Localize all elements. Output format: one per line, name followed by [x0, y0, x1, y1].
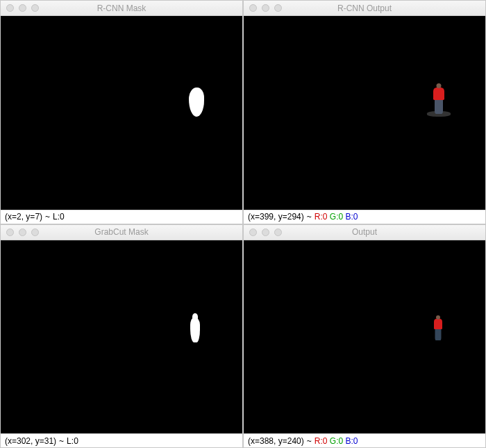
close-icon[interactable] — [6, 229, 14, 236]
status-bar: (x=2, y=7) ~ L:0 — [1, 210, 242, 224]
minimize-icon[interactable] — [19, 4, 26, 12]
image-canvas[interactable] — [1, 240, 242, 434]
window-grabcut-mask: GrabCut Mask (x=302, y=31) ~ L:0 — [0, 224, 243, 449]
close-icon[interactable] — [249, 4, 257, 12]
mask-blob — [190, 317, 200, 342]
status-bar: (x=399, y=294) ~ R:0 G:0 B:0 — [244, 210, 485, 224]
person-head — [436, 83, 441, 88]
minimize-icon[interactable] — [19, 229, 26, 236]
titlebar[interactable]: R-CNN Mask — [1, 1, 242, 16]
traffic-lights — [249, 229, 282, 236]
window-rcnn-output: R-CNN Output (x=399, y=294) ~ R:0 G:0 B:… — [243, 0, 486, 224]
person-figure — [430, 83, 448, 115]
coord-readout: (x=399, y=294) — [248, 212, 304, 222]
titlebar[interactable]: R-CNN Output — [244, 1, 485, 16]
r-readout: R:0 — [315, 212, 328, 222]
image-canvas[interactable] — [1, 16, 242, 210]
person-legs — [435, 328, 442, 340]
zoom-icon[interactable] — [31, 4, 39, 12]
window-rcnn-mask: R-CNN Mask (x=2, y=7) ~ L:0 — [0, 0, 243, 224]
person-legs — [435, 99, 443, 114]
traffic-lights — [6, 4, 39, 12]
person-head — [436, 315, 440, 320]
person-figure — [432, 315, 444, 342]
coord-readout: (x=2, y=7) — [5, 212, 42, 222]
status-bar: (x=302, y=31) ~ L:0 — [1, 433, 242, 447]
luminance-readout: L:0 — [67, 436, 78, 446]
person-torso — [434, 319, 442, 329]
separator: ~ — [307, 212, 312, 222]
luminance-readout: L:0 — [53, 212, 65, 222]
zoom-icon[interactable] — [274, 4, 282, 12]
titlebar[interactable]: Output — [244, 225, 485, 240]
image-canvas[interactable] — [244, 16, 485, 210]
window-output: Output (x=388, y=240) ~ R:0 G:0 B:0 — [243, 224, 486, 449]
mask-blob — [189, 88, 204, 117]
zoom-icon[interactable] — [31, 229, 39, 236]
status-bar: (x=388, y=240) ~ R:0 G:0 B:0 — [244, 433, 485, 447]
b-readout: B:0 — [346, 212, 358, 222]
minimize-icon[interactable] — [262, 4, 269, 12]
close-icon[interactable] — [6, 4, 14, 12]
person-torso — [433, 88, 444, 100]
image-canvas[interactable] — [244, 240, 485, 434]
window-grid: R-CNN Mask (x=2, y=7) ~ L:0 R-CNN Output — [0, 0, 486, 448]
g-readout: G:0 — [330, 436, 343, 446]
b-readout: B:0 — [346, 436, 358, 446]
coord-readout: (x=388, y=240) — [248, 436, 304, 446]
minimize-icon[interactable] — [262, 229, 269, 236]
r-readout: R:0 — [315, 436, 328, 446]
g-readout: G:0 — [330, 212, 343, 222]
separator: ~ — [307, 436, 312, 446]
separator: ~ — [59, 436, 64, 446]
separator: ~ — [45, 212, 50, 222]
zoom-icon[interactable] — [274, 229, 282, 236]
traffic-lights — [6, 229, 39, 236]
traffic-lights — [249, 4, 282, 12]
close-icon[interactable] — [249, 229, 257, 236]
titlebar[interactable]: GrabCut Mask — [1, 225, 242, 240]
coord-readout: (x=302, y=31) — [5, 436, 56, 446]
